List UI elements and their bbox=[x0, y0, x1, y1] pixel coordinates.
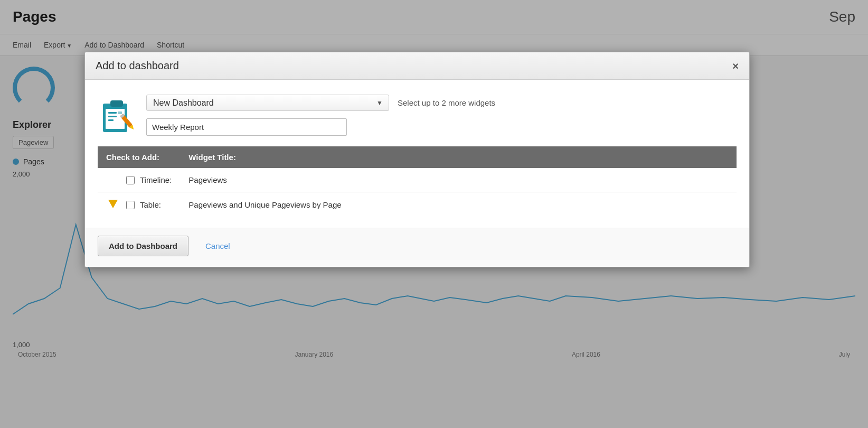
dropdown-row: New Dashboard Select up to 2 more widget… bbox=[146, 95, 737, 111]
col-check-header: Check to Add: bbox=[98, 146, 180, 168]
row2-checkbox-wrapper: Table: bbox=[126, 200, 172, 209]
widget-table-body: Timeline: Pageviews Table: bbox=[98, 168, 737, 217]
row2-icon-cell bbox=[98, 192, 118, 218]
svg-rect-1 bbox=[110, 100, 123, 107]
add-to-dashboard-modal: Add to dashboard × bbox=[84, 52, 750, 267]
dashboard-dropdown-wrapper: New Dashboard bbox=[146, 95, 389, 111]
row2-type-label: Table: bbox=[140, 200, 161, 209]
name-input-row bbox=[146, 118, 737, 136]
report-name-input[interactable] bbox=[146, 118, 347, 136]
modal-controls: New Dashboard Select up to 2 more widget… bbox=[146, 95, 737, 136]
yellow-arrow-icon bbox=[108, 200, 118, 208]
widget-table-header: Check to Add: Widget Title: bbox=[98, 146, 737, 168]
svg-rect-3 bbox=[108, 112, 117, 114]
widgets-hint: Select up to 2 more widgets bbox=[398, 98, 495, 107]
row1-type-label: Timeline: bbox=[140, 175, 172, 184]
modal-top-row: New Dashboard Select up to 2 more widget… bbox=[98, 95, 737, 136]
timeline-checkbox[interactable] bbox=[126, 176, 135, 184]
row1-checkbox-wrapper: Timeline: bbox=[126, 175, 172, 184]
row1-check-cell: Timeline: bbox=[118, 168, 180, 192]
modal-body: New Dashboard Select up to 2 more widget… bbox=[85, 80, 749, 228]
row2-check-cell: Table: bbox=[118, 192, 180, 218]
close-button[interactable]: × bbox=[732, 61, 739, 71]
cancel-button[interactable]: Cancel bbox=[197, 236, 239, 256]
add-to-dashboard-button[interactable]: Add to Dashboard bbox=[98, 236, 188, 256]
col-title-header: Widget Title: bbox=[180, 146, 737, 168]
table-checkbox[interactable] bbox=[126, 201, 135, 209]
table-row: Timeline: Pageviews bbox=[98, 168, 737, 192]
clipboard-icon bbox=[98, 96, 136, 134]
widget-table: Check to Add: Widget Title: Timeline: Pa… bbox=[98, 146, 737, 217]
table-row: Table: Pageviews and Unique Pageviews by… bbox=[98, 192, 737, 218]
modal-footer: Add to Dashboard Cancel bbox=[85, 228, 749, 267]
row2-title-cell: Pageviews and Unique Pageviews by Page bbox=[180, 192, 737, 218]
dashboard-dropdown[interactable]: New Dashboard bbox=[146, 95, 389, 111]
row1-icon-cell bbox=[98, 168, 118, 192]
svg-rect-4 bbox=[108, 116, 117, 117]
svg-rect-5 bbox=[108, 119, 114, 121]
row1-title-cell: Pageviews bbox=[180, 168, 737, 192]
svg-rect-6 bbox=[118, 111, 122, 114]
modal-header: Add to dashboard × bbox=[85, 52, 749, 80]
modal-title: Add to dashboard bbox=[96, 60, 179, 72]
